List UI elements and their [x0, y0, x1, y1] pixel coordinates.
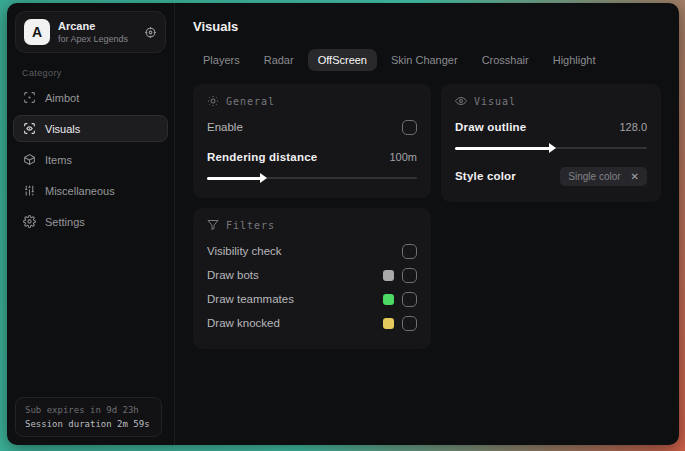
tab-highlight[interactable]: Highlight [543, 49, 606, 71]
enable-row: Enable [207, 115, 417, 139]
draw-knocked-row: Draw knocked [207, 311, 417, 335]
rendering-distance-row: Rendering distance 100m [207, 145, 417, 169]
visibility-check-label: Visibility check [207, 245, 282, 257]
style-color-select[interactable]: Single color ✕ [560, 167, 647, 186]
draw-outline-slider[interactable] [455, 142, 647, 154]
session-card: Sub expires in 9d 23h Session duration 2… [15, 397, 162, 437]
draw-bots-color-swatch[interactable] [383, 270, 394, 281]
draw-knocked-color-swatch[interactable] [383, 318, 394, 329]
draw-outline-label: Draw outline [455, 121, 526, 133]
tab-crosshair[interactable]: Crosshair [472, 49, 539, 71]
brightness-icon [207, 95, 219, 107]
page-title: Visuals [193, 19, 661, 34]
sidebar-item-label: Aimbot [45, 92, 79, 104]
draw-bots-row: Draw bots [207, 263, 417, 287]
sidebar-item-label: Visuals [45, 123, 80, 135]
eye-icon [455, 95, 467, 107]
eye-scan-icon [23, 122, 36, 135]
draw-knocked-label: Draw knocked [207, 317, 280, 329]
general-panel: General Enable Rendering distance 100m [193, 84, 431, 198]
draw-outline-row: Draw outline 128.0 [455, 115, 647, 139]
rendering-distance-value: 100m [389, 151, 417, 163]
crosshair-scan-icon [23, 91, 36, 104]
tab-skin-changer[interactable]: Skin Changer [381, 49, 468, 71]
draw-teammates-label: Draw teammates [207, 293, 294, 305]
app-logo: A [24, 19, 50, 45]
sub-expiry-text: Sub expires in 9d 23h [25, 405, 152, 415]
category-label: Category [22, 68, 174, 78]
rendering-distance-label: Rendering distance [207, 151, 317, 163]
app-subtitle: for Apex Legends [58, 34, 128, 44]
panel-title: Visual [474, 96, 516, 107]
session-duration-text: Session duration 2m 59s [25, 419, 152, 429]
sidebar-item-settings[interactable]: Settings [13, 208, 168, 235]
draw-bots-label: Draw bots [207, 269, 259, 281]
sidebar-item-miscellaneous[interactable]: Miscellaneous [13, 177, 168, 204]
tab-offscreen[interactable]: OffScreen [308, 49, 377, 71]
draw-teammates-color-swatch[interactable] [383, 294, 394, 305]
sidebar-item-label: Items [45, 154, 72, 166]
brand-card: A Arcane for Apex Legends [15, 11, 166, 53]
draw-knocked-checkbox[interactable] [402, 316, 417, 331]
tab-radar[interactable]: Radar [254, 49, 304, 71]
enable-label: Enable [207, 121, 243, 133]
rendering-distance-slider[interactable] [207, 172, 417, 184]
style-color-value: Single color [568, 171, 620, 182]
panel-title: General [226, 96, 275, 107]
visual-panel: Visual Draw outline 128.0 Style color [441, 84, 661, 202]
funnel-icon [207, 219, 219, 231]
draw-teammates-row: Draw teammates [207, 287, 417, 311]
tab-bar: Players Radar OffScreen Skin Changer Cro… [193, 49, 661, 71]
sidebar-item-items[interactable]: Items [13, 146, 168, 173]
slider-thumb[interactable] [260, 173, 267, 183]
sidebar-item-visuals[interactable]: Visuals [13, 115, 168, 142]
sidebar-item-label: Miscellaneous [45, 185, 115, 197]
close-icon[interactable]: ✕ [631, 171, 639, 182]
style-color-label: Style color [455, 170, 516, 182]
draw-bots-checkbox[interactable] [402, 268, 417, 283]
enable-checkbox[interactable] [402, 120, 417, 135]
tab-players[interactable]: Players [193, 49, 250, 71]
gear-icon [23, 215, 36, 228]
sidebar-item-label: Settings [45, 216, 85, 228]
target-icon[interactable] [144, 26, 157, 39]
sidebar-item-aimbot[interactable]: Aimbot [13, 84, 168, 111]
sliders-icon [23, 184, 36, 197]
filters-panel: Filters Visibility check Draw bots [193, 208, 431, 349]
draw-teammates-checkbox[interactable] [402, 292, 417, 307]
visibility-check-row: Visibility check [207, 239, 417, 263]
visibility-check-checkbox[interactable] [402, 244, 417, 259]
sidebar: A Arcane for Apex Legends Category [7, 3, 175, 445]
app-name: Arcane [58, 20, 128, 32]
sidebar-nav: Aimbot Visuals Items [7, 82, 174, 237]
package-icon [23, 153, 36, 166]
app-window: A Arcane for Apex Legends Category [7, 3, 679, 445]
main-content: Visuals Players Radar OffScreen Skin Cha… [175, 3, 679, 445]
style-color-row: Style color Single color ✕ [455, 164, 647, 188]
slider-thumb[interactable] [549, 143, 556, 153]
draw-outline-value: 128.0 [619, 121, 647, 133]
panel-title: Filters [226, 220, 275, 231]
